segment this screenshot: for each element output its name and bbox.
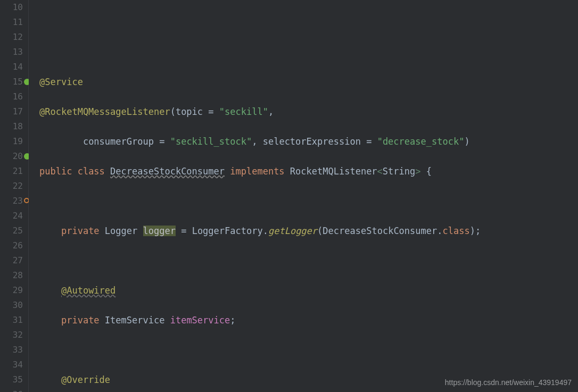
line-number: 12 — [13, 30, 23, 45]
line-number: 26 — [13, 238, 23, 253]
fold-column — [29, 0, 36, 392]
code-area[interactable]: @Service @RocketMQMessageListener(topic … — [36, 0, 578, 392]
line-number: 19 — [13, 134, 23, 149]
code-line — [39, 253, 578, 268]
line-number: 16 — [13, 89, 23, 104]
code-line — [39, 15, 578, 30]
line-number: 10 — [13, 0, 23, 15]
line-number: 18 — [13, 119, 23, 134]
line-number: 11 — [13, 15, 23, 30]
code-line — [39, 194, 578, 208]
line-number: 28 — [13, 268, 23, 283]
line-number: 31 — [13, 313, 23, 328]
line-number: 14 — [13, 60, 23, 74]
code-line — [39, 343, 578, 357]
code-line — [39, 45, 578, 60]
line-number: 17 — [13, 104, 23, 119]
line-number: 32 — [13, 328, 23, 343]
line-number: 25 — [13, 223, 23, 238]
line-number: 33 — [13, 343, 23, 357]
line-numbers: 10 11 12 13 14 15 16 17 18 19 20 21 22 2… — [13, 0, 23, 392]
code-line: @RocketMQMessageListener(topic = "seckil… — [39, 104, 578, 119]
code-editor[interactable]: 10 11 12 13 14 15 16 17 18 19 20 21 22 2… — [0, 0, 578, 392]
line-number: 15 — [13, 74, 23, 89]
line-number: 36 — [13, 387, 23, 392]
watermark: https://blog.csdn.net/weixin_43919497 — [445, 378, 572, 387]
line-number: 34 — [13, 357, 23, 372]
line-number: 29 — [13, 283, 23, 298]
gutter: 10 11 12 13 14 15 16 17 18 19 20 21 22 2… — [0, 0, 29, 392]
line-number: 13 — [13, 45, 23, 60]
line-number: 27 — [13, 253, 23, 268]
line-number: 21 — [13, 164, 23, 179]
code-line: private ItemService itemService; — [39, 313, 578, 328]
line-number: 20 — [13, 149, 23, 164]
code-line: @Service — [39, 74, 578, 89]
code-line: private Logger logger = LoggerFactory.ge… — [39, 223, 578, 238]
line-number: 35 — [13, 372, 23, 387]
line-number: 22 — [13, 179, 23, 194]
code-line: @Autowired — [39, 283, 578, 298]
code-line: consumerGroup = "seckill_stock", selecto… — [39, 134, 578, 149]
line-number: 30 — [13, 298, 23, 313]
line-number: 24 — [13, 208, 23, 223]
code-line: public class DecreaseStockConsumer imple… — [39, 164, 578, 179]
line-number: 23 — [13, 194, 23, 208]
